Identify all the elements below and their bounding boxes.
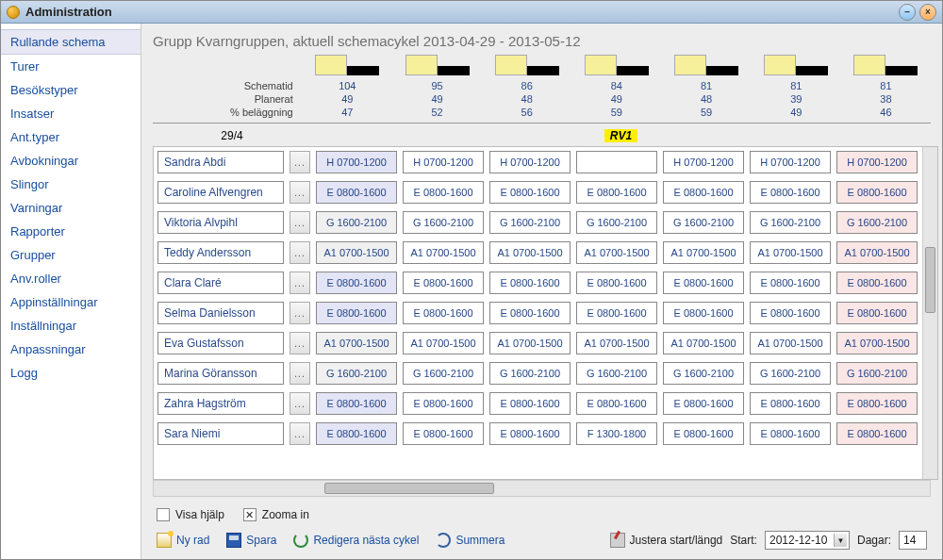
shift-cell[interactable]: E 0800-1600 <box>316 422 397 445</box>
sidebar-item-5[interactable]: Avbokningar <box>1 149 141 173</box>
shift-cell[interactable] <box>576 151 657 173</box>
shift-cell[interactable]: E 0800-1600 <box>663 272 744 294</box>
shift-cell[interactable]: A1 0700-1500 <box>403 332 484 354</box>
shift-cell[interactable]: A1 0700-1500 <box>576 332 657 354</box>
shift-cell[interactable]: E 0800-1600 <box>489 392 571 415</box>
shift-cell[interactable]: G 1600-2100 <box>663 362 744 385</box>
shift-cell[interactable]: A1 0700-1500 <box>750 241 831 264</box>
person-name-cell[interactable]: Teddy Andersson <box>157 241 284 264</box>
titlebar[interactable]: Administration – × <box>1 1 942 24</box>
person-name-cell[interactable]: Sara Niemi <box>157 422 284 445</box>
shift-cell[interactable]: E 0800-1600 <box>403 422 484 445</box>
shift-cell[interactable]: E 0800-1600 <box>836 392 918 415</box>
shift-cell[interactable]: A1 0700-1500 <box>663 241 744 264</box>
person-name-cell[interactable]: Eva Gustafsson <box>157 332 284 354</box>
person-more-button[interactable]: ... <box>290 332 310 354</box>
shift-cell[interactable]: A1 0700-1500 <box>403 241 484 264</box>
shift-cell[interactable]: E 0800-1600 <box>403 181 484 204</box>
adjust-button[interactable]: Justera start/längd <box>610 533 723 548</box>
person-more-button[interactable]: ... <box>290 181 310 204</box>
shift-cell[interactable]: H 0700-1200 <box>403 151 484 173</box>
sidebar-item-0[interactable]: Rullande schema <box>1 29 141 55</box>
sidebar-item-7[interactable]: Varningar <box>1 196 141 220</box>
summarize-button[interactable]: Summera <box>436 533 505 548</box>
sidebar-item-9[interactable]: Grupper <box>1 243 141 267</box>
sidebar-item-10[interactable]: Anv.roller <box>1 267 141 290</box>
shift-cell[interactable]: E 0800-1600 <box>316 302 397 324</box>
shift-cell[interactable]: E 0800-1600 <box>489 181 571 204</box>
shift-cell[interactable]: A1 0700-1500 <box>489 332 571 354</box>
start-date-field[interactable]: 2012-12-10▼ <box>765 531 850 550</box>
hscroll-thumb[interactable] <box>324 483 494 494</box>
person-name-cell[interactable]: Clara Claré <box>157 272 284 294</box>
person-more-button[interactable]: ... <box>290 272 310 294</box>
person-name-cell[interactable]: Selma Danielsson <box>157 302 284 324</box>
shift-cell[interactable]: A1 0700-1500 <box>750 332 831 354</box>
shift-cell[interactable]: E 0800-1600 <box>403 272 484 294</box>
shift-cell[interactable]: E 0800-1600 <box>576 181 657 204</box>
shift-cell[interactable]: G 1600-2100 <box>489 362 571 385</box>
shift-cell[interactable]: G 1600-2100 <box>750 211 831 234</box>
sidebar-item-4[interactable]: Ant.typer <box>1 125 141 149</box>
sidebar-item-12[interactable]: Inställningar <box>1 314 141 338</box>
shift-cell[interactable]: E 0800-1600 <box>316 181 397 204</box>
shift-cell[interactable]: A1 0700-1500 <box>316 241 397 264</box>
shift-cell[interactable]: E 0800-1600 <box>576 392 657 415</box>
shift-cell[interactable]: E 0800-1600 <box>663 392 744 415</box>
person-more-button[interactable]: ... <box>290 422 310 445</box>
shift-cell[interactable]: E 0800-1600 <box>663 181 744 204</box>
dropdown-arrow-icon[interactable]: ▼ <box>834 534 847 547</box>
shift-cell[interactable]: A1 0700-1500 <box>316 332 397 354</box>
shift-cell[interactable]: E 0800-1600 <box>403 302 484 324</box>
shift-cell[interactable]: A1 0700-1500 <box>836 332 918 354</box>
person-more-button[interactable]: ... <box>290 302 310 324</box>
new-row-button[interactable]: Ny rad <box>157 533 209 548</box>
shift-cell[interactable]: F 1300-1800 <box>576 422 657 445</box>
sidebar-item-13[interactable]: Anpassningar <box>1 338 141 361</box>
shift-cell[interactable]: E 0800-1600 <box>663 422 744 445</box>
shift-cell[interactable]: E 0800-1600 <box>750 272 831 294</box>
shift-cell[interactable]: E 0800-1600 <box>403 392 484 415</box>
shift-cell[interactable]: E 0800-1600 <box>836 181 918 204</box>
shift-cell[interactable]: G 1600-2100 <box>403 211 484 234</box>
close-button[interactable]: × <box>919 4 936 21</box>
vertical-scrollbar[interactable] <box>922 147 937 479</box>
sidebar-item-3[interactable]: Insatser <box>1 102 141 125</box>
shift-cell[interactable]: E 0800-1600 <box>489 302 571 324</box>
sidebar-item-6[interactable]: Slingor <box>1 173 141 196</box>
person-name-cell[interactable]: Caroline Alfvengren <box>157 181 284 204</box>
shift-cell[interactable]: G 1600-2100 <box>836 211 918 234</box>
shift-cell[interactable]: E 0800-1600 <box>750 392 831 415</box>
shift-cell[interactable]: E 0800-1600 <box>750 302 831 324</box>
shift-cell[interactable]: E 0800-1600 <box>316 392 397 415</box>
shift-cell[interactable]: G 1600-2100 <box>750 362 831 385</box>
shift-cell[interactable]: G 1600-2100 <box>836 362 918 385</box>
shift-cell[interactable]: A1 0700-1500 <box>489 241 571 264</box>
person-name-cell[interactable]: Sandra Abdi <box>157 151 284 173</box>
shift-cell[interactable]: G 1600-2100 <box>576 211 657 234</box>
shift-cell[interactable]: A1 0700-1500 <box>663 332 744 354</box>
shift-cell[interactable]: E 0800-1600 <box>750 422 831 445</box>
person-more-button[interactable]: ... <box>290 392 310 415</box>
vscroll-thumb[interactable] <box>925 247 935 313</box>
shift-cell[interactable]: E 0800-1600 <box>750 181 831 204</box>
minimize-button[interactable]: – <box>899 4 916 21</box>
shift-cell[interactable]: G 1600-2100 <box>489 211 571 234</box>
shift-cell[interactable]: G 1600-2100 <box>663 211 744 234</box>
sidebar-item-1[interactable]: Turer <box>1 55 141 78</box>
shift-cell[interactable]: E 0800-1600 <box>489 272 571 294</box>
person-more-button[interactable]: ... <box>290 362 310 385</box>
shift-cell[interactable]: G 1600-2100 <box>403 362 484 385</box>
shift-cell[interactable]: H 0700-1200 <box>836 151 918 173</box>
sidebar-item-2[interactable]: Besökstyper <box>1 78 141 102</box>
shift-cell[interactable]: G 1600-2100 <box>576 362 657 385</box>
shift-cell[interactable]: E 0800-1600 <box>836 422 918 445</box>
horizontal-scrollbar[interactable] <box>153 480 931 497</box>
person-more-button[interactable]: ... <box>290 211 310 234</box>
shift-cell[interactable]: E 0800-1600 <box>663 302 744 324</box>
shift-cell[interactable]: H 0700-1200 <box>750 151 831 173</box>
sidebar-item-11[interactable]: Appinställningar <box>1 290 141 314</box>
person-name-cell[interactable]: Viktoria Alvpihl <box>157 211 284 234</box>
person-name-cell[interactable]: Marina Göransson <box>157 362 284 385</box>
save-button[interactable]: Spara <box>226 533 276 548</box>
